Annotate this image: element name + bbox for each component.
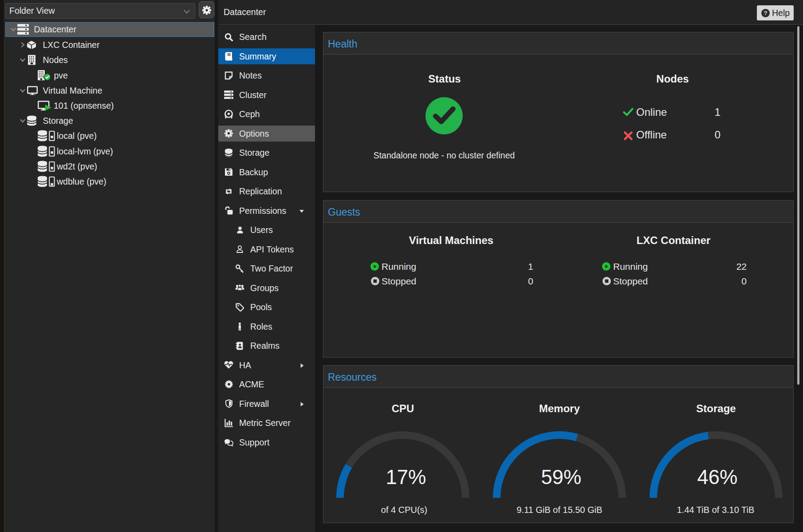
svg-text:?: ? <box>764 10 767 16</box>
